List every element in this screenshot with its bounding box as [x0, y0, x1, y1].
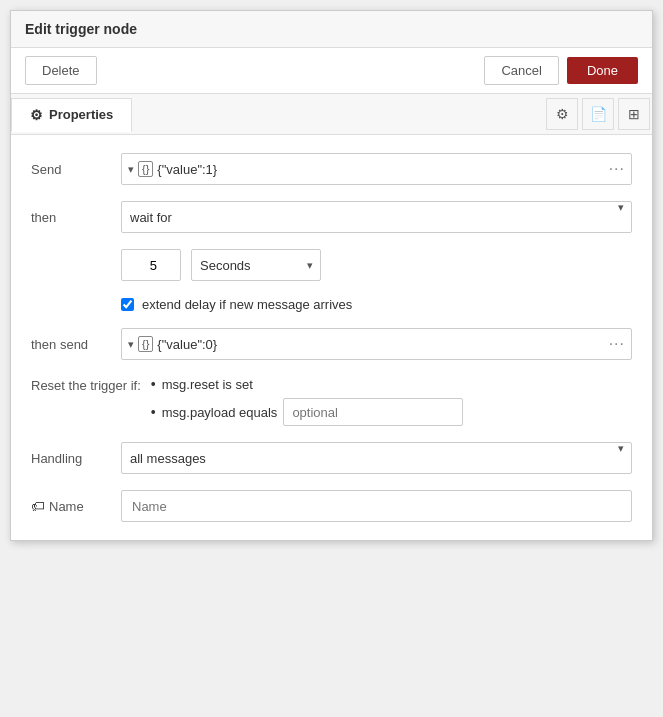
delete-button[interactable]: Delete: [25, 56, 97, 85]
send-row: Send ▾ {} {"value":1} ···: [31, 153, 632, 185]
dialog-title: Edit trigger node: [11, 11, 652, 48]
name-label: Name: [49, 499, 84, 514]
then-send-row: then send ▾ {} {"value":0} ···: [31, 328, 632, 360]
send-label: Send: [31, 162, 111, 177]
then-send-value[interactable]: {"value":0}: [157, 337, 604, 352]
settings-icon: ⚙: [556, 106, 569, 122]
then-label: then: [31, 210, 111, 225]
bullet-icon-1: •: [151, 376, 156, 392]
delay-number-input[interactable]: [121, 249, 181, 281]
reset-cond1-text: msg.reset is set: [162, 377, 253, 392]
then-select-container: wait for send nothing ▾: [121, 201, 632, 233]
reset-conditions: • msg.reset is set • msg.payload equals: [151, 376, 464, 426]
dialog-title-text: Edit trigger node: [25, 21, 137, 37]
name-row: 🏷 Name: [31, 490, 632, 522]
tab-properties[interactable]: ⚙ Properties: [11, 98, 132, 132]
then-send-arrow-icon: ▾: [128, 338, 134, 351]
reset-label: Reset the trigger if:: [31, 376, 141, 393]
reset-cond2: • msg.payload equals: [151, 398, 464, 426]
handling-select[interactable]: all messages first message last message: [121, 442, 632, 474]
toolbar: Delete Cancel Done: [11, 48, 652, 94]
reset-cond2-prefix: msg.payload equals: [162, 405, 278, 420]
handling-row: Handling all messages first message last…: [31, 442, 632, 474]
then-select[interactable]: wait for send nothing: [121, 201, 632, 233]
form-body: Send ▾ {} {"value":1} ··· then wait for …: [11, 135, 652, 540]
handling-label: Handling: [31, 451, 111, 466]
reset-section: Reset the trigger if: • msg.reset is set…: [31, 376, 632, 426]
then-send-input-container: ▾ {} {"value":0} ···: [121, 328, 632, 360]
send-more-icon[interactable]: ···: [609, 160, 625, 178]
reset-cond2-input[interactable]: [283, 398, 463, 426]
handling-select-container: all messages first message last message …: [121, 442, 632, 474]
send-input-container: ▾ {} {"value":1} ···: [121, 153, 632, 185]
seconds-select-wrap: Milliseconds Seconds Minutes Hours ▾: [191, 249, 321, 281]
tab-icon-grid[interactable]: ⊞: [618, 98, 650, 130]
tab-properties-label: Properties: [49, 107, 113, 122]
dialog: Edit trigger node Delete Cancel Done ⚙ P…: [10, 10, 653, 541]
delay-row: Milliseconds Seconds Minutes Hours ▾: [31, 249, 632, 281]
done-button[interactable]: Done: [567, 57, 638, 84]
gear-icon: ⚙: [30, 107, 43, 123]
extend-delay-label: extend delay if new message arrives: [142, 297, 352, 312]
tab-icon-settings[interactable]: ⚙: [546, 98, 578, 130]
cancel-button[interactable]: Cancel: [484, 56, 558, 85]
then-send-brace-icon: {}: [138, 336, 153, 352]
grid-icon: ⊞: [628, 106, 640, 122]
bullet-icon-2: •: [151, 404, 156, 420]
tab-icon-doc[interactable]: 📄: [582, 98, 614, 130]
name-label-wrap: 🏷 Name: [31, 498, 111, 514]
delay-unit-select[interactable]: Milliseconds Seconds Minutes Hours: [191, 249, 321, 281]
tag-icon: 🏷: [31, 498, 45, 514]
then-send-more-icon[interactable]: ···: [609, 335, 625, 353]
doc-icon: 📄: [590, 106, 607, 122]
send-value[interactable]: {"value":1}: [157, 162, 604, 177]
send-brace-icon: {}: [138, 161, 153, 177]
reset-cond1: • msg.reset is set: [151, 376, 464, 392]
then-row: then wait for send nothing ▾: [31, 201, 632, 233]
send-arrow-icon: ▾: [128, 163, 134, 176]
then-send-label: then send: [31, 337, 111, 352]
name-input[interactable]: [121, 490, 632, 522]
extend-delay-row: extend delay if new message arrives: [31, 297, 632, 312]
tabs-bar: ⚙ Properties ⚙ 📄 ⊞: [11, 94, 652, 135]
extend-delay-checkbox[interactable]: [121, 298, 134, 311]
